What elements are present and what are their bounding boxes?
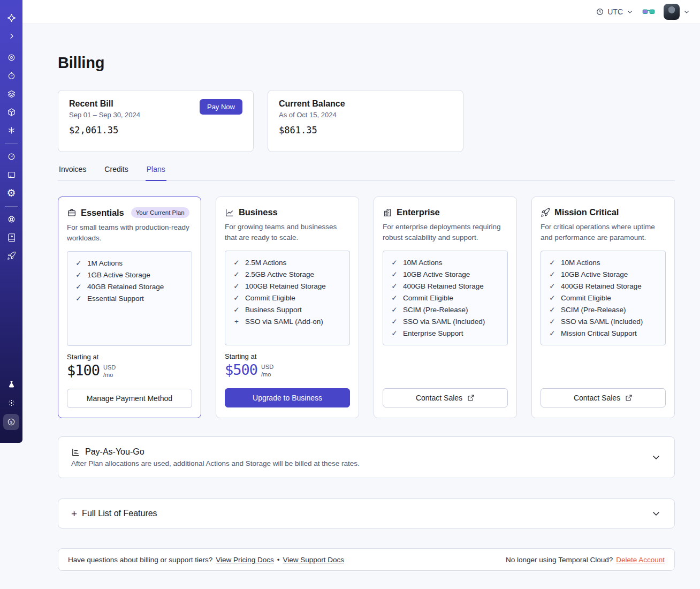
feature-item: ✓2.5M Actions xyxy=(233,257,342,269)
plans-grid: Essentials Your Current Plan For small t… xyxy=(58,197,675,418)
feature-item: ✓Commit Eligible xyxy=(233,292,342,304)
feature-item: ✓Mission Critical Support xyxy=(549,328,658,339)
labs-glasses-icon[interactable] xyxy=(642,7,655,16)
feature-item: ✓10M Actions xyxy=(549,257,658,269)
feature-item: ✓400GB Retained Storage xyxy=(391,281,500,292)
check-icon: ✓ xyxy=(391,294,398,303)
check-icon: ✓ xyxy=(391,259,398,267)
price-currency: USD xyxy=(103,364,116,371)
theme-sun-icon[interactable] xyxy=(4,396,18,410)
feature-item: ✓Enterprise Support xyxy=(391,328,500,339)
sidebar: ⚙ $ xyxy=(0,0,22,443)
nexus-asterisk-icon[interactable] xyxy=(4,123,18,137)
deployments-cube-icon[interactable] xyxy=(4,105,18,119)
plan-feature-list: ✓1M Actions ✓1GB Active Storage ✓40GB Re… xyxy=(67,251,192,346)
plan-card-business: Business For growing teams and businesse… xyxy=(216,197,359,418)
check-icon: ✓ xyxy=(233,259,240,267)
upgrade-to-business-button[interactable]: Upgrade to Business xyxy=(225,388,350,407)
timezone-selector[interactable]: UTC xyxy=(596,7,634,16)
feature-item: ✓10M Actions xyxy=(391,257,500,269)
labs-flask-icon[interactable] xyxy=(4,377,18,391)
dot-separator: • xyxy=(277,556,280,564)
feature-item: ✓100GB Retained Storage xyxy=(233,281,342,292)
bar-chart-icon xyxy=(71,448,80,457)
avatar xyxy=(664,4,680,20)
schedules-timer-icon[interactable] xyxy=(4,69,18,82)
plan-card-essentials: Essentials Your Current Plan For small t… xyxy=(58,197,201,418)
contact-sales-button[interactable]: Contact Sales xyxy=(541,388,666,407)
settings-gear-icon[interactable]: ⚙ xyxy=(4,186,18,200)
recent-bill-card: Recent Bill Sep 01 – Sep 30, 2024 $2,061… xyxy=(58,90,254,152)
view-support-docs-link[interactable]: View Support Docs xyxy=(283,556,344,564)
check-icon: ✓ xyxy=(549,294,556,303)
chevron-down-icon xyxy=(683,8,690,16)
line-chart-icon xyxy=(225,208,234,217)
price-currency: USD xyxy=(261,363,273,371)
feature-item: ✓Commit Eligible xyxy=(549,292,658,304)
plan-description: For growing teams and businesses that ar… xyxy=(225,222,350,243)
feature-item: ✓SCIM (Pre-Release) xyxy=(549,304,658,316)
current-balance-amount: $861.35 xyxy=(279,125,452,135)
collapse-chevron-right-icon[interactable] xyxy=(4,29,18,43)
view-pricing-docs-link[interactable]: View Pricing Docs xyxy=(216,556,274,564)
tab-credits[interactable]: Credits xyxy=(103,165,129,180)
svg-text:$: $ xyxy=(10,420,13,425)
check-icon: ✓ xyxy=(391,329,398,338)
docs-book-icon[interactable] xyxy=(4,230,18,244)
manage-payment-method-button[interactable]: Manage Payment Method xyxy=(67,389,192,408)
check-icon: ✓ xyxy=(75,271,82,280)
payg-description: After Plan allocations are used, additio… xyxy=(71,459,360,467)
feature-item: ✓1M Actions xyxy=(75,258,184,269)
clock-icon xyxy=(596,7,604,16)
check-icon: ✓ xyxy=(391,306,398,314)
feature-item: ✓40GB Retained Storage xyxy=(75,281,184,293)
support-lifebuoy-icon[interactable] xyxy=(4,212,18,226)
price-period: /mo xyxy=(261,371,273,378)
feature-item: +SSO via SAML (Add-on) xyxy=(233,316,342,328)
plan-feature-list: ✓10M Actions ✓10GB Active Storage ✓400GB… xyxy=(383,251,508,345)
chevron-down-icon xyxy=(626,8,634,16)
namespaces-icon[interactable] xyxy=(4,50,18,64)
feature-item: ✓10GB Active Storage xyxy=(549,269,658,281)
chevron-down-icon[interactable] xyxy=(651,508,661,519)
check-icon: ✓ xyxy=(233,294,240,303)
pay-as-you-go-panel[interactable]: Pay-As-You-Go After Plan allocations are… xyxy=(58,436,675,478)
account-menu[interactable] xyxy=(664,4,690,20)
external-link-icon xyxy=(625,394,633,402)
footnote-right-question: No longer using Temporal Cloud? xyxy=(506,556,613,564)
current-balance-as-of: As of Oct 15, 2024 xyxy=(279,111,452,119)
check-icon: ✓ xyxy=(233,270,240,279)
billing-dollar-icon[interactable]: $ xyxy=(3,414,19,430)
starting-at-label: Starting at xyxy=(67,353,192,361)
feature-item: ✓Business Support xyxy=(233,304,342,316)
plan-name: Business xyxy=(239,207,278,217)
full-features-panel[interactable]: + Full List of Features xyxy=(58,499,675,528)
tab-plans[interactable]: Plans xyxy=(146,165,166,180)
chevron-down-icon[interactable] xyxy=(651,452,661,463)
price-period: /mo xyxy=(103,371,116,379)
feature-item: ✓10GB Active Storage xyxy=(391,269,500,281)
temporal-logo-icon[interactable] xyxy=(4,11,18,25)
footnote-question: Have questions about billing or support … xyxy=(68,556,212,564)
plus-icon: + xyxy=(233,318,240,326)
rocket-icon xyxy=(541,208,550,217)
external-link-icon xyxy=(467,394,475,402)
plan-card-mission-critical: Mission Critical For critical operations… xyxy=(531,197,675,418)
contact-sales-button[interactable]: Contact Sales xyxy=(383,388,508,407)
plan-description: For enterprise deployments requiring rob… xyxy=(383,222,508,243)
plan-price: $500 xyxy=(225,362,257,378)
usage-gauge-icon[interactable] xyxy=(4,149,18,163)
check-icon: ✓ xyxy=(391,318,398,326)
check-icon: ✓ xyxy=(549,259,556,267)
tab-invoices[interactable]: Invoices xyxy=(58,165,87,180)
feature-item: ✓SSO via SAML (Included) xyxy=(549,316,658,328)
layers-icon[interactable] xyxy=(4,87,18,101)
page-title: Billing xyxy=(58,54,675,72)
billing-card-icon[interactable] xyxy=(4,168,18,182)
delete-account-link[interactable]: Delete Account xyxy=(616,556,665,564)
getting-started-rocket-icon[interactable] xyxy=(4,248,18,262)
plan-name: Essentials xyxy=(81,208,124,218)
check-icon: ✓ xyxy=(549,270,556,279)
check-icon: ✓ xyxy=(549,282,556,291)
pay-now-button[interactable]: Pay Now xyxy=(200,99,242,115)
